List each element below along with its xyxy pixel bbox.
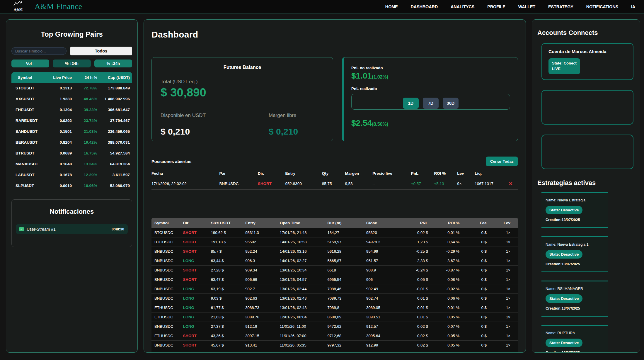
strategy-state-pill[interactable]: State: Desactive xyxy=(546,294,582,303)
history-lev: 1× xyxy=(493,296,518,300)
pairs-table-row[interactable]: STOUSDT 0.1313 72.78% 173.888.849 xyxy=(11,83,132,94)
history-fee: 0 $ xyxy=(466,315,493,319)
account-state-badge[interactable]: State: Conect LIVE xyxy=(548,58,580,74)
filter-up24h-button[interactable]: % ↑24h xyxy=(53,60,91,67)
notification-label: User-Stream #1 xyxy=(27,227,56,232)
history-pnl: 0,02 $ xyxy=(403,324,435,329)
positions-header-qty: Qty xyxy=(322,171,345,176)
history-fee: 0 $ xyxy=(466,240,493,244)
history-pnl: 0,02 $ xyxy=(403,334,435,338)
filter-volume-button[interactable]: Vol ↑ xyxy=(11,60,49,67)
history-row[interactable]: ETHUSDC LONG 21,63 $ 3089.76 12/01/26, 0… xyxy=(151,313,518,322)
pairs-table-row[interactable]: SLPUSDT 0.0010 10.96% 52.080.979 xyxy=(11,180,132,191)
pairs-table-row[interactable]: FHEUSDT 0.1394 39.23% 306.681.647 xyxy=(11,104,132,115)
history-row[interactable]: BNBUSDC LONG 27,37 $ 912.19 11/01/26, 11… xyxy=(151,322,518,331)
history-row[interactable]: BTCUSDC SHORT 181,11 $ 90553 11/01/26, 0… xyxy=(151,350,518,353)
nav-item-ia[interactable]: IA xyxy=(631,4,635,9)
history-close: 906 xyxy=(366,277,403,282)
close-all-button[interactable]: Cerrar Todas xyxy=(486,157,518,166)
strategy-card[interactable]: Name: RUPTURA State: Desactive Creation:… xyxy=(541,325,608,353)
pairs-table-row[interactable]: RAREUSDT 0.0292 23.74% 37.794.467 xyxy=(11,115,132,126)
positions-header-row: Fecha Par Dir. Entry Qty Margen Precio l… xyxy=(151,169,518,178)
pairs-table-row[interactable]: BTRUSDT 0.0689 16.75% 54.927.584 xyxy=(11,148,132,159)
filter-down24h-button[interactable]: % ↓24h xyxy=(94,60,132,67)
account-card-empty-2[interactable] xyxy=(541,135,633,169)
history-row[interactable]: BTCUSDC SHORT 191,18 $ 95592 14/01/26, 1… xyxy=(151,237,518,247)
history-roi: -0,01 % xyxy=(435,230,466,235)
pairs-table: Symbol Live Price 24 h % Cap (USDT) STOU… xyxy=(11,72,132,191)
history-close: 95320 xyxy=(366,230,403,235)
pair-live-price: 0.0292 xyxy=(43,118,72,123)
position-margen: 9,53 xyxy=(345,181,372,186)
open-positions-table: Fecha Par Dir. Entry Qty Margen Precio l… xyxy=(151,169,518,190)
history-pnl: -0,02 $ xyxy=(403,352,435,353)
pairs-table-row[interactable]: AXSUSDT 1.9330 48.46% 1.406.902.996 xyxy=(11,94,132,104)
pairs-table-row[interactable]: SANDUSDT 0.1501 21.03% 236.459.065 xyxy=(11,126,132,137)
pairs-table-row[interactable]: LABUSDT 0.1678 12.39% 3.611.597 xyxy=(11,169,132,180)
nav-item-home[interactable]: HOME xyxy=(385,4,398,9)
futures-balance-title: Futures Balance xyxy=(161,64,324,70)
history-size: 21,63 $ xyxy=(211,315,246,319)
history-row[interactable]: BNBUSDC LONG 63,19 $ 902.7 13/01/26, 02:… xyxy=(151,284,518,294)
history-row[interactable]: BNBUSDC LONG 9,03 $ 902.63 13/01/26, 02:… xyxy=(151,294,518,303)
history-dir: SHORT xyxy=(183,268,211,272)
account-card-empty-1[interactable] xyxy=(541,90,633,125)
notification-item[interactable]: ✓ User-Stream #1 0:48:30 xyxy=(16,224,128,234)
nav-item-dashboard[interactable]: DASHBOARD xyxy=(411,4,438,9)
history-lev: 1× xyxy=(493,334,518,338)
history-row[interactable]: ETHUSDC SHORT 43,36 $ 3097.15 11/01/26, … xyxy=(151,331,518,341)
history-row[interactable]: BNBUSDC SHORT 85,7 $ 952.24 14/01/26, 03… xyxy=(151,247,518,256)
history-row[interactable]: BNBUSDC SHORT 63,47 $ 906.69 13/01/26, 0… xyxy=(151,275,518,284)
range-30d-button[interactable]: 30D xyxy=(443,98,459,109)
account-name: Cuenta de Marcos Almeida xyxy=(548,49,626,54)
position-lev: 9× xyxy=(457,181,475,186)
history-header-row: Symbol Dir Size USDT Entry Open Time Dur… xyxy=(151,218,518,228)
nav-item-profile[interactable]: PROFILE xyxy=(487,4,505,9)
history-entry: 906.69 xyxy=(245,277,280,282)
range-1d-button[interactable]: 1D xyxy=(403,98,419,109)
position-roi: +5.13 xyxy=(434,181,457,186)
history-dir: SHORT xyxy=(183,240,211,244)
history-entry: 3088.73 xyxy=(245,305,280,310)
history-lev: 1× xyxy=(493,230,518,235)
logo-text: A&M xyxy=(14,8,23,11)
checkbox-checked-icon[interactable]: ✓ xyxy=(19,227,24,231)
pairs-table-row[interactable]: MANAUSDT 0.1648 13.34% 64.819.364 xyxy=(11,159,132,169)
history-header-roi: ROI % xyxy=(435,221,466,225)
nav-item-notifications[interactable]: NOTIFICATIONS xyxy=(586,4,618,9)
pairs-table-row[interactable]: BERAUSDT 0.8204 19.42% 388.070.031 xyxy=(11,137,132,148)
history-row[interactable]: BNBUSDC LONG 63,44 $ 906.3 14/01/26, 02:… xyxy=(151,256,518,266)
close-position-icon[interactable]: ✕ xyxy=(509,181,512,186)
strategy-card[interactable]: Name: Nueva Estrategia 1 State: Desactiv… xyxy=(541,236,608,272)
nav-item-analitycs[interactable]: ANALITYCS xyxy=(451,4,474,9)
nav-item-estrategy[interactable]: ESTRATEGY xyxy=(548,4,573,9)
strategy-card[interactable]: Name: RSI MANAGER State: Desactive Creat… xyxy=(541,281,608,317)
available-column: Disponible en USDT $ 0,210 xyxy=(161,113,242,137)
nav-item-wallet[interactable]: WALLET xyxy=(518,4,535,9)
history-row[interactable]: BNBUSDC SHORT 45,67 $ 913.41 11/01/26, 0… xyxy=(151,341,518,350)
strategies-title: Estrategias activas xyxy=(537,179,635,187)
history-dir: LONG xyxy=(183,296,211,300)
history-roi: 0,05 % xyxy=(435,343,466,347)
history-row[interactable]: BNBUSDC SHORT 27,28 $ 909.34 13/01/26, 1… xyxy=(151,266,518,275)
strategy-state-pill[interactable]: State: Desactive xyxy=(546,339,582,347)
total-label: Total (USDT-eq.) xyxy=(161,79,324,85)
strategy-state-pill[interactable]: State: Desactive xyxy=(546,250,582,259)
position-liq: 1067.1317 xyxy=(475,181,505,186)
history-dur: 9937,12 xyxy=(327,352,366,353)
history-row[interactable]: BTCUSDC SHORT 190,62 $ 95311.3 17/01/26,… xyxy=(151,228,518,237)
account-card-primary[interactable]: Cuenta de Marcos Almeida State: Conect L… xyxy=(541,43,633,80)
pair-live-price: 0.1394 xyxy=(43,108,72,112)
history-close: 3090.51 xyxy=(366,315,403,319)
todos-filter-button[interactable]: Todos xyxy=(70,47,132,55)
strategy-card[interactable]: Name: Nueva Estrategia State: Desactive … xyxy=(541,192,608,228)
history-open-time: 12/01/26, 00:04 xyxy=(280,315,328,319)
position-par: BNBUSDC xyxy=(219,181,258,186)
symbol-search-input[interactable] xyxy=(11,47,67,55)
range-7d-button[interactable]: 7D xyxy=(423,98,439,109)
history-open-time: 14/01/26, 10:53 xyxy=(280,240,328,244)
strategy-state-pill[interactable]: State: Desactive xyxy=(546,206,582,214)
history-symbol: BTCUSDC xyxy=(151,352,183,353)
history-fee: 0 $ xyxy=(466,305,493,310)
history-row[interactable]: ETHUSDC LONG 61,77 $ 3088.73 13/01/26, 0… xyxy=(151,303,518,313)
